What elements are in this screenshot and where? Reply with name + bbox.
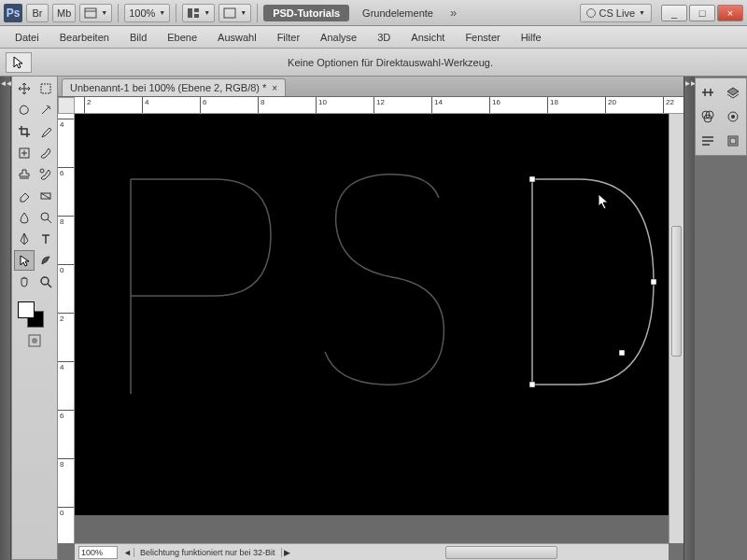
status-bar: ◄ Belichtung funktioniert nur bei 32-Bit…	[75, 543, 669, 560]
gradient-tool[interactable]	[35, 186, 56, 206]
zoom-value: 100%	[129, 7, 155, 19]
panel-group-1	[695, 77, 747, 156]
ruler-origin[interactable]	[58, 97, 75, 114]
document-area: Unbenannt-1 bei 100% (Ebene 2, RGB/8) * …	[58, 77, 684, 560]
wand-tool[interactable]	[35, 100, 56, 120]
bridge-button[interactable]: Br	[26, 4, 49, 22]
eyedropper-tool[interactable]	[35, 121, 56, 142]
canvas-viewport	[75, 114, 669, 543]
shape-tool[interactable]	[35, 250, 56, 271]
vertical-scrollbar[interactable]	[669, 114, 684, 543]
move-tool[interactable]	[14, 78, 35, 99]
horizontal-scrollbar[interactable]	[305, 546, 655, 559]
toolbox-panel	[11, 77, 58, 560]
maximize-button[interactable]: □	[689, 5, 715, 21]
document-tab-title: Unbenannt-1 bei 100% (Ebene 2, RGB/8) *	[70, 82, 266, 93]
svg-rect-3	[194, 8, 199, 12]
zoom-dropdown[interactable]: 100%▼	[124, 4, 170, 22]
eraser-tool[interactable]	[14, 186, 35, 206]
blur-tool[interactable]	[14, 207, 35, 228]
document-tab-bar: Unbenannt-1 bei 100% (Ebene 2, RGB/8) * …	[58, 77, 684, 97]
pen-tool[interactable]	[14, 229, 35, 249]
view-extras-dropdown[interactable]: ▼	[79, 4, 112, 22]
minibridge-button[interactable]: Mb	[52, 4, 76, 22]
status-text: Belichtung funktioniert nur bei 32-Bit	[134, 548, 282, 557]
close-button[interactable]: ×	[717, 5, 743, 21]
dodge-tool[interactable]	[35, 207, 56, 228]
menu-ebene[interactable]: Ebene	[158, 29, 206, 46]
menu-hilfe[interactable]: Hilfe	[512, 29, 551, 46]
divider	[118, 4, 119, 22]
menu-fenster[interactable]: Fenster	[456, 29, 509, 46]
vertical-ruler[interactable]: 468024680	[58, 114, 75, 543]
svg-rect-6	[41, 84, 50, 93]
options-bar: Keine Optionen für Direktauswahl-Werkzeu…	[0, 49, 747, 77]
options-message: Keine Optionen für Direktauswahl-Werkzeu…	[39, 57, 741, 68]
history-brush-tool[interactable]	[35, 164, 56, 185]
cslive-dropdown[interactable]: CS Live ▼	[580, 4, 652, 22]
workspace-secondary[interactable]: Grundelemente	[353, 5, 443, 21]
svg-point-10	[41, 213, 49, 220]
marquee-tool[interactable]	[35, 78, 56, 99]
status-next-icon[interactable]: ▶	[282, 548, 292, 557]
svg-rect-14	[529, 176, 535, 182]
scrollbar-thumb[interactable]	[671, 226, 682, 357]
canvas[interactable]	[75, 114, 669, 515]
photoshop-logo-icon: Ps	[4, 4, 22, 22]
svg-point-8	[40, 169, 44, 173]
svg-rect-4	[194, 14, 199, 18]
lasso-tool[interactable]	[14, 100, 35, 120]
left-dock-rail[interactable]: ◄◄	[0, 77, 11, 560]
menu-analyse[interactable]: Analyse	[311, 29, 366, 46]
right-dock-rail[interactable]: ►►	[684, 77, 695, 560]
cslive-label: CS Live	[599, 7, 636, 19]
horizontal-ruler[interactable]: 246810121416182022	[75, 97, 684, 114]
paths-panel-icon[interactable]	[723, 106, 743, 127]
paragraph-panel-icon[interactable]	[698, 131, 718, 151]
channels-panel-icon[interactable]	[698, 106, 718, 127]
menu-filter[interactable]: Filter	[268, 29, 309, 46]
svg-rect-0	[85, 8, 96, 18]
chevron-down-icon: ▼	[639, 9, 645, 16]
current-tool-indicator[interactable]	[6, 52, 32, 73]
svg-rect-5	[224, 8, 235, 18]
svg-rect-17	[619, 350, 625, 356]
type-tool[interactable]	[35, 229, 56, 249]
color-swatches[interactable]	[14, 300, 55, 329]
menu-3d[interactable]: 3D	[368, 29, 400, 46]
arrange-dropdown[interactable]: ▼	[182, 4, 215, 22]
more-workspaces-icon[interactable]: »	[446, 6, 460, 20]
menu-bar: DateiBearbeitenBildEbeneAuswahlFilterAna…	[0, 26, 747, 49]
menu-datei[interactable]: Datei	[6, 29, 49, 46]
status-prev-icon[interactable]: ◄	[121, 548, 134, 557]
zoom-input[interactable]	[78, 546, 118, 559]
brush-tool[interactable]	[35, 143, 56, 163]
menu-auswahl[interactable]: Auswahl	[208, 29, 266, 46]
screenmode-dropdown[interactable]: ▼	[218, 4, 251, 22]
workspace-primary[interactable]: PSD-Tutorials	[263, 5, 349, 21]
zoom-tool[interactable]	[35, 272, 56, 292]
layers-panel-icon[interactable]	[723, 82, 743, 103]
menu-bild[interactable]: Bild	[120, 29, 156, 46]
healing-tool[interactable]	[14, 143, 35, 163]
scrollbar-thumb[interactable]	[445, 546, 557, 559]
menu-bearbeiten[interactable]: Bearbeiten	[50, 29, 119, 46]
menu-ansicht[interactable]: Ansicht	[402, 29, 454, 46]
adjustments-panel-icon[interactable]	[698, 82, 718, 103]
hand-tool[interactable]	[14, 272, 35, 292]
cslive-icon	[586, 8, 596, 18]
foreground-color-swatch[interactable]	[18, 301, 35, 318]
document-tab[interactable]: Unbenannt-1 bei 100% (Ebene 2, RGB/8) * …	[62, 78, 286, 96]
character-panel-icon[interactable]	[723, 131, 743, 151]
stamp-tool[interactable]	[14, 164, 35, 185]
close-tab-icon[interactable]: ×	[272, 83, 277, 93]
chevron-down-icon: ▼	[101, 9, 107, 16]
crop-tool[interactable]	[14, 121, 35, 142]
chevron-down-icon: ▼	[204, 9, 210, 16]
svg-rect-2	[188, 8, 192, 18]
direct-select-tool[interactable]	[14, 250, 35, 271]
svg-rect-16	[651, 279, 656, 285]
minimize-button[interactable]: _	[661, 5, 687, 21]
collapse-arrows-icon: ►►	[684, 79, 696, 88]
quickmask-toggle[interactable]	[14, 333, 55, 348]
